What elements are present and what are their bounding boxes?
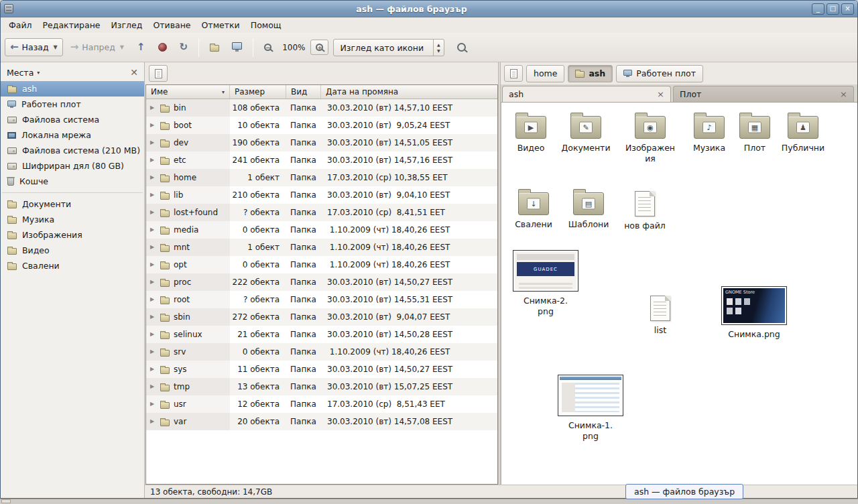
zoom-out-button[interactable]: − [259,40,277,55]
file-icon-item[interactable]: Снимка.png [719,284,789,340]
table-row[interactable]: ▶sys11 обектаПапка30.03.2010 (вт) 14,50,… [146,361,497,378]
file-icon-item[interactable]: Снимка-2. png [511,247,580,316]
table-row[interactable]: ▶opt0 обектаПапка 1.10.2009 (чт) 18,40,2… [146,256,497,273]
expander-icon[interactable]: ▶ [150,297,156,302]
expander-icon[interactable]: ▶ [150,367,156,372]
sidebar-item[interactable]: Локална мрежа [1,127,144,143]
tab[interactable]: ash× [502,86,671,102]
breadcrumb-button[interactable]: ash [568,65,613,82]
table-row[interactable]: ▶dev190 обектаПапка30.03.2010 (вт) 14,51… [146,134,497,151]
sidebar-title[interactable]: Места [7,68,34,78]
taskbar[interactable] [0,499,858,504]
table-row[interactable]: ▶sbin272 обектаПапка30.03.2010 (вт) 9,04… [146,308,497,326]
folder-icon-item[interactable]: ▤Шаблони [563,187,614,230]
table-row[interactable]: ▶srv0 обектаПапка 1.10.2009 (чт) 18,40,2… [146,343,497,361]
column-header-type[interactable]: Вид [286,85,321,99]
back-button[interactable]: ← Назад ▼ [5,38,63,56]
expander-icon[interactable]: ▶ [150,140,156,145]
expander-icon[interactable]: ▶ [150,192,156,198]
table-row[interactable]: ▶bin108 обектаПапка30.03.2010 (вт) 14,57… [146,99,497,117]
table-row[interactable]: ▶usr12 обектаПапка17.03.2010 (ср) 8,51,4… [146,395,497,413]
icon-view[interactable]: ▶Видео✎Документи◉Изображен ия♪Музика▦Пло… [501,103,857,485]
expander-icon[interactable]: ▶ [150,262,156,267]
stop-button[interactable] [153,39,172,56]
table-row[interactable]: ▶home1 обектПапка17.03.2010 (ср) 10,38,5… [146,169,497,186]
back-dropdown-icon[interactable]: ▼ [54,44,58,50]
expander-icon[interactable]: ▶ [150,175,156,180]
table-row[interactable]: ▶root? обектаПапка30.03.2010 (вт) 14,55,… [146,291,497,308]
expander-icon[interactable]: ▶ [150,227,156,233]
expander-icon[interactable]: ▶ [150,332,156,337]
file-icon-item[interactable]: нов файл [619,187,670,231]
search-button[interactable] [452,39,471,56]
expander-icon[interactable]: ▶ [150,210,156,215]
expander-icon[interactable]: ▶ [150,279,156,285]
folder-icon-item[interactable]: ♟Публични [778,111,829,153]
menubar-item[interactable]: Отиване [147,18,196,32]
sidebar-item[interactable]: Документи [1,196,144,212]
table-row[interactable]: ▶proc222 обектаПапка30.03.2010 (вт) 14,5… [146,273,497,291]
expander-icon[interactable]: ▶ [150,158,156,163]
sidebar-item[interactable]: ash [1,81,144,97]
menubar-item[interactable]: Помощ [245,18,287,32]
sidebar-item[interactable]: Работен плот [1,97,144,112]
table-row[interactable]: ▶tmp13 обектаПапка30.03.2010 (вт) 15,07,… [146,378,497,395]
expander-icon[interactable]: ▶ [150,245,156,250]
sidebar-close-icon[interactable]: ✕ [130,68,138,77]
sidebar-dropdown-icon[interactable]: ▾ [37,70,40,76]
table-row[interactable]: ▶selinux21 обектаПапка30.03.2010 (вт) 14… [146,326,497,343]
folder-icon-item[interactable]: ✎Документи [560,111,611,153]
close-button[interactable]: × [841,3,854,15]
file-icon-item[interactable]: list [635,292,686,336]
location-toggle-button[interactable] [149,65,168,82]
table-row[interactable]: ▶mnt1 обектПапка 1.10.2009 (чт) 18,40,26… [146,239,497,256]
folder-icon-item[interactable]: ↓Свалени [508,187,559,230]
breadcrumb-button[interactable]: Работен плот [616,65,703,82]
taskbar-item[interactable] [1,499,11,503]
sidebar-item[interactable]: Музика [1,212,144,227]
menubar-item[interactable]: Файл [3,18,38,32]
reload-button[interactable]: ↻ [174,38,194,56]
sidebar-item[interactable]: Шифриран дял (80 GB) [1,158,144,174]
table-row[interactable]: ▶etc241 обектаПапка30.03.2010 (вт) 14,57… [146,151,497,169]
menubar-item[interactable]: Изглед [106,18,148,32]
expander-icon[interactable]: ▶ [150,401,156,407]
column-header-size[interactable]: Размер [230,85,286,99]
table-row[interactable]: ▶media0 обектаПапка 1.10.2009 (чт) 18,40… [146,221,497,239]
view-mode-combo[interactable]: Изглед като икони ▲▼ [333,39,444,56]
minimize-button[interactable]: _ [812,3,824,15]
menubar-item[interactable]: Отметки [196,18,245,32]
expander-icon[interactable]: ▶ [150,123,156,128]
column-header-date[interactable]: Дата на промяна [321,85,497,99]
maximize-button[interactable]: □ [826,3,839,15]
file-icon-item[interactable]: Снимка-1. png [556,372,625,441]
sidebar-item[interactable]: Файлова система (210 MB) [1,143,144,158]
expander-icon[interactable]: ▶ [150,384,156,389]
expander-icon[interactable]: ▶ [150,105,156,111]
folder-icon-item[interactable]: ♪Музика [684,111,735,153]
computer-button[interactable] [227,38,247,56]
folder-icon-item[interactable]: ▦Плот [729,111,780,153]
up-button[interactable]: ↑ [131,38,151,56]
location-toggle-button[interactable] [504,65,523,82]
tab[interactable]: Плот× [673,86,854,102]
titlebar[interactable]: ash — файлов браузър _ □ × [1,1,857,17]
expander-icon[interactable]: ▶ [150,314,156,320]
column-header-name[interactable]: Име ▾ [146,85,230,99]
tab-close-icon[interactable]: × [650,90,664,99]
sidebar-item[interactable]: Видео [1,243,144,258]
expander-icon[interactable]: ▶ [150,419,156,424]
table-row[interactable]: ▶var20 обектаПапка30.03.2010 (вт) 14,57,… [146,413,497,430]
expander-icon[interactable]: ▶ [150,349,156,355]
tab-close-icon[interactable]: × [833,90,847,99]
home-button[interactable] [204,39,225,56]
folder-icon-item[interactable]: ◉Изображен ия [625,111,676,164]
combo-spinner-icon[interactable]: ▲▼ [433,40,444,56]
table-row[interactable]: ▶lib210 обектаПапка30.03.2010 (вт) 9,04,… [146,186,497,204]
sidebar-item[interactable]: Файлова система [1,112,144,127]
table-row[interactable]: ▶lost+found? обектаПапка17.03.2010 (ср) … [146,204,497,221]
folder-icon-item[interactable]: ▶Видео [505,111,556,153]
sidebar-item[interactable]: Кошче [1,174,144,189]
sidebar-item[interactable]: Изображения [1,227,144,243]
sidebar-item[interactable]: Свалени [1,258,144,273]
